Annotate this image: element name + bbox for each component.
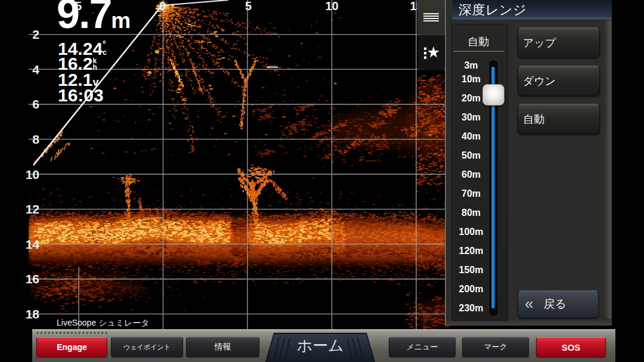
- svg-text:LiveSoope シュミレータ: LiveSoope シュミレータ: [57, 318, 150, 327]
- svg-text:14: 14: [26, 237, 40, 251]
- svg-text:5: 5: [245, 0, 252, 13]
- svg-text:10: 10: [26, 168, 39, 181]
- svg-text:18: 18: [26, 307, 40, 321]
- svg-text:12: 12: [26, 202, 39, 216]
- svg-text:6: 6: [32, 97, 39, 111]
- svg-text:4: 4: [32, 63, 39, 76]
- svg-text:0: 0: [159, 0, 166, 13]
- svg-text:8: 8: [32, 132, 39, 146]
- svg-text:16: 16: [26, 272, 39, 286]
- svg-text:2: 2: [32, 27, 39, 41]
- svg-text:10: 10: [325, 0, 338, 13]
